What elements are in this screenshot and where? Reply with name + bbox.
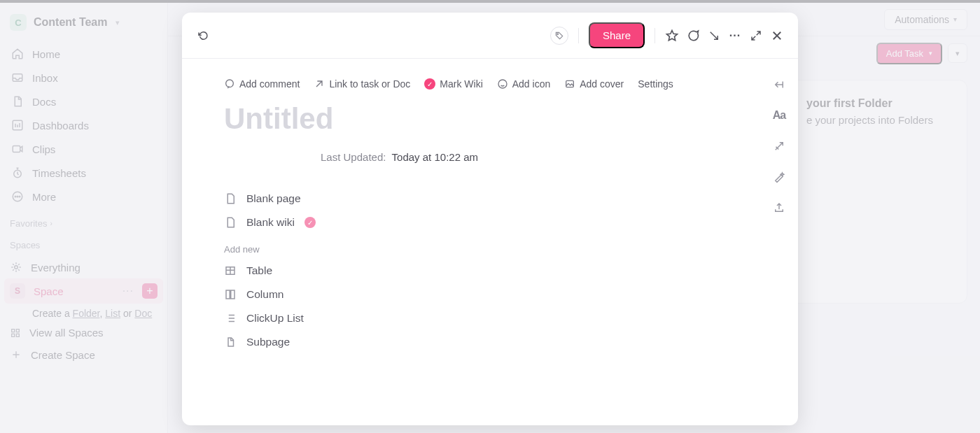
close-icon[interactable] xyxy=(770,29,784,43)
comment-icon[interactable] xyxy=(686,29,700,43)
svg-rect-19 xyxy=(231,290,234,299)
doc-title-input[interactable]: Untitled xyxy=(224,102,746,136)
add-comment-action[interactable]: Add comment xyxy=(224,78,300,90)
doc-content: Add comment Link to task or Doc ✓ Mark W… xyxy=(182,59,760,425)
svg-point-14 xyxy=(226,80,234,87)
export-icon[interactable] xyxy=(773,201,785,214)
svg-point-13 xyxy=(557,33,559,34)
last-updated: Last Updated: Today at 10:22 am xyxy=(224,151,746,163)
link-task-action[interactable]: Link to task or Doc xyxy=(314,78,410,90)
ellipsis-icon[interactable]: ··· xyxy=(728,29,742,43)
addnew-column[interactable]: Column xyxy=(224,283,746,306)
svg-rect-18 xyxy=(226,290,230,299)
addnew-subpage[interactable]: Subpage xyxy=(224,330,746,354)
link-icon xyxy=(314,78,325,90)
modal-backdrop: Share ··· xyxy=(0,0,980,433)
modal-header: Share ··· xyxy=(182,13,798,59)
svg-rect-16 xyxy=(566,80,574,87)
add-cover-action[interactable]: Add cover xyxy=(564,78,624,90)
expand-icon[interactable] xyxy=(749,29,763,43)
star-icon[interactable] xyxy=(665,29,679,43)
back-history-icon[interactable] xyxy=(196,29,210,43)
table-icon xyxy=(224,264,237,277)
wiki-badge-icon: ✓ xyxy=(304,217,316,228)
image-icon xyxy=(564,78,575,90)
addnew-list[interactable]: ClickUp List xyxy=(224,306,746,330)
emoji-icon xyxy=(497,78,508,90)
page-icon xyxy=(224,192,237,205)
addnew-table[interactable]: Table xyxy=(224,259,746,283)
subpage-icon xyxy=(224,336,237,348)
comment-bubble-icon xyxy=(224,78,235,90)
wiki-check-icon: ✓ xyxy=(424,78,435,90)
add-icon-action[interactable]: Add icon xyxy=(497,78,550,90)
add-new-label: Add new xyxy=(224,244,746,255)
magic-wand-icon[interactable] xyxy=(773,171,785,183)
doc-right-rail: Aa xyxy=(760,59,798,425)
typography-icon[interactable]: Aa xyxy=(773,109,785,122)
collapse-icon[interactable] xyxy=(773,78,785,91)
svg-point-15 xyxy=(498,80,507,88)
list-icon xyxy=(224,312,237,325)
mark-wiki-action[interactable]: ✓ Mark Wiki xyxy=(424,78,482,90)
download-icon[interactable] xyxy=(707,29,721,43)
template-blank-wiki[interactable]: Blank wiki ✓ xyxy=(224,211,746,234)
settings-action[interactable]: Settings xyxy=(638,78,673,90)
last-updated-value: Today at 10:22 am xyxy=(392,151,478,163)
doc-action-bar: Add comment Link to task or Doc ✓ Mark W… xyxy=(224,78,746,90)
page-icon xyxy=(224,216,237,229)
ai-sparkle-icon[interactable] xyxy=(773,140,785,152)
share-button[interactable]: Share xyxy=(589,22,645,48)
template-blank-page[interactable]: Blank page xyxy=(224,187,746,211)
column-icon xyxy=(224,288,237,301)
tag-icon[interactable] xyxy=(550,27,568,45)
doc-modal: Share ··· xyxy=(182,13,798,425)
